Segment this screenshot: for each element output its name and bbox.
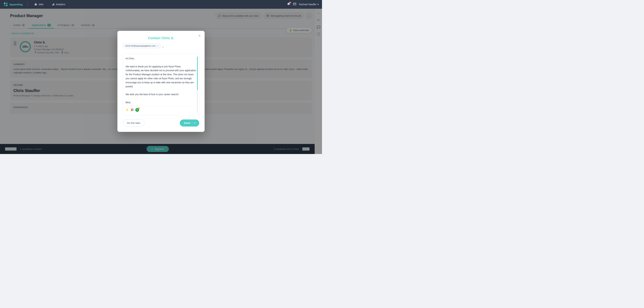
svg-rect-7 <box>54 3 54 5</box>
svg-rect-5 <box>52 5 53 5</box>
do-later-button[interactable]: Do this later <box>123 119 144 126</box>
message-content: Hi Chris, We want to thank you for apply… <box>126 57 196 105</box>
app-logo[interactable]: SquarePeg <box>3 2 22 7</box>
nav-divider <box>28 2 28 7</box>
navbar: SquarePeg Jobs Analytics Rachael Stauffe… <box>0 0 322 9</box>
scroll-indicator <box>197 57 198 112</box>
nav-right: Rachael Stauffer ▾ <box>287 2 319 6</box>
modal-footer: Do this later Send ▾ <box>123 119 199 126</box>
svg-rect-4 <box>35 4 37 5</box>
svg-rect-1 <box>6 3 8 4</box>
analytics-icon <box>52 3 54 6</box>
svg-rect-2 <box>4 5 6 6</box>
send-dropdown-divider <box>192 121 192 124</box>
svg-rect-6 <box>53 4 53 5</box>
remove-email-button[interactable]: × <box>157 44 158 47</box>
user-menu[interactable]: Rachael Stauffer ▾ <box>299 3 319 6</box>
nav-analytics[interactable]: Analytics <box>50 2 67 7</box>
mail-icon <box>293 2 296 6</box>
messages-button[interactable] <box>293 2 296 6</box>
modal-close-button[interactable]: × <box>197 33 202 38</box>
jobs-icon <box>34 3 37 6</box>
notifications-button[interactable] <box>287 2 290 6</box>
contact-modal: × Contact Chris S. chris+02@squarepeghir… <box>118 31 204 132</box>
grammarly-badge: 1 <box>138 107 140 109</box>
email-info-icon[interactable]: ℹ <box>162 46 163 49</box>
send-button[interactable]: Send ▾ <box>180 119 199 126</box>
nav-jobs[interactable]: Jobs <box>33 2 45 7</box>
notification-badge <box>289 2 291 3</box>
modal-overlay: × Contact Chris S. chris+02@squarepeghir… <box>0 9 322 154</box>
emoji-icon[interactable]: 🎉 <box>130 107 134 112</box>
email-chip: chris+02@squarepeghires.com × <box>123 43 161 48</box>
svg-rect-0 <box>4 3 6 4</box>
grammarly-button[interactable]: G 1 <box>135 108 139 112</box>
message-toolbar: ⚡ 🎉 G 1 <box>126 106 196 112</box>
scroll-thumb <box>197 57 198 90</box>
send-caret[interactable]: ▾ <box>194 122 195 124</box>
logo-icon <box>3 2 8 7</box>
main-content: Product Manager Discuss this candidate w… <box>0 9 322 154</box>
svg-rect-3 <box>6 5 8 6</box>
email-row: chris+02@squarepeghires.com × ℹ <box>123 43 199 51</box>
message-area[interactable]: Hi Chris, We want to thank you for apply… <box>123 54 199 115</box>
modal-title: Contact Chris S. <box>123 36 199 40</box>
lightning-icon[interactable]: ⚡ <box>126 108 129 112</box>
